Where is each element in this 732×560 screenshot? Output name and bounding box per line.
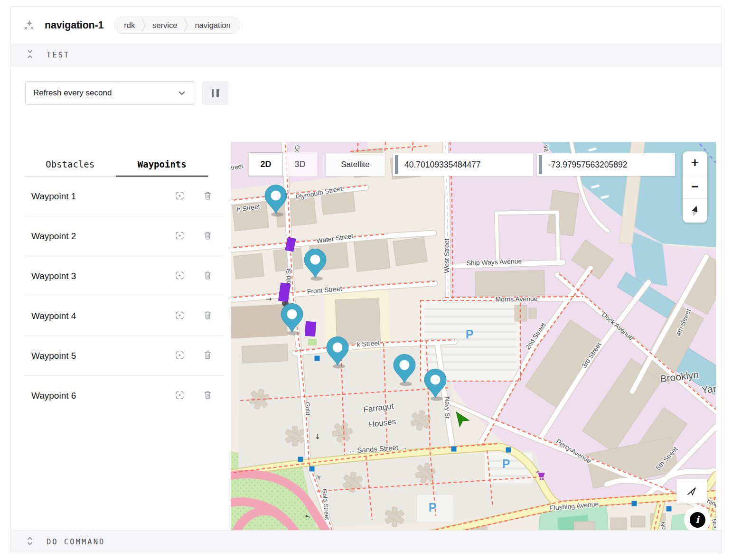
- street-label: Gold: [304, 402, 312, 415]
- breadcrumb-item: rdk: [118, 21, 141, 30]
- delete-waypoint-button[interactable]: [202, 190, 213, 203]
- traffic-signal-icon: [310, 467, 315, 472]
- trash-icon: [202, 190, 213, 203]
- trash-icon: [202, 390, 213, 402]
- traffic-signal-icon: [298, 457, 303, 462]
- street-label: Navy St: [444, 397, 451, 419]
- satellite-toggle-button[interactable]: Satellite: [326, 153, 385, 176]
- svg-text:↓: ↓: [315, 432, 321, 441]
- navigation-arrow-icon: [686, 485, 697, 497]
- focus-icon: [174, 390, 185, 402]
- trash-icon: [202, 230, 213, 243]
- focus-waypoint-button[interactable]: [174, 270, 185, 282]
- parking-icon: P: [429, 501, 437, 514]
- zoom-out-button[interactable]: −: [683, 175, 707, 199]
- waypoint-row: Waypoint 5: [24, 336, 224, 376]
- focus-waypoint-button[interactable]: [174, 190, 185, 203]
- focus-icon: [174, 230, 185, 243]
- attribution-button[interactable]: i: [684, 506, 711, 533]
- panel-header: navigation-1 rdkservicenavigation: [10, 7, 722, 44]
- waypoint-row: Waypoint 1: [24, 177, 224, 216]
- focus-icon: [174, 350, 185, 362]
- obstacle-marker[interactable]: [305, 321, 316, 336]
- zoom-in-button[interactable]: +: [683, 151, 707, 175]
- focus-icon: [174, 190, 185, 203]
- test-section-label: TEST: [47, 51, 70, 59]
- trash-icon: [202, 310, 213, 322]
- delete-waypoint-button[interactable]: [202, 230, 213, 243]
- locate-button[interactable]: [676, 479, 707, 504]
- parking-icon: P: [502, 457, 510, 470]
- test-section-header[interactable]: TEST: [10, 44, 722, 66]
- focus-icon: [174, 270, 185, 282]
- waypoint-name: Waypoint 2: [31, 231, 157, 242]
- do-command-section-label: DO COMMAND: [47, 538, 105, 546]
- waypoint-name: Waypoint 4: [31, 311, 157, 321]
- waypoint-name: Waypoint 1: [31, 191, 157, 202]
- panel-tabs: ObstaclesWaypoints: [24, 152, 208, 177]
- expand-icon: [27, 535, 33, 549]
- navigation-panel: navigation-1 rdkservicenavigation TEST R…: [10, 6, 722, 553]
- map[interactable]: ✈ → ↓ ← PPP StreetPlymouth Streeth Stree…: [231, 142, 716, 538]
- waypoint-row: Waypoint 6: [24, 376, 224, 416]
- page-title: navigation-1: [45, 19, 103, 31]
- traffic-signal-icon: [315, 356, 320, 361]
- breadcrumb-item: navigation: [188, 21, 236, 30]
- trash-icon: [202, 270, 213, 282]
- street-label: k Street: [357, 339, 380, 348]
- compass-button[interactable]: [683, 199, 707, 223]
- street-label: Yard: [701, 383, 716, 396]
- pause-icon: [212, 89, 214, 97]
- refresh-select-value: Refresh every second: [33, 88, 112, 98]
- longitude-input[interactable]: [547, 159, 673, 170]
- pause-button[interactable]: [202, 81, 228, 105]
- focus-waypoint-button[interactable]: [174, 390, 185, 402]
- waypoint-name: Waypoint 5: [31, 351, 157, 361]
- compass-icon: [689, 204, 701, 217]
- street-label: Morris Avenue: [495, 295, 538, 303]
- focus-waypoint-button[interactable]: [174, 310, 185, 322]
- waypoint-row: Waypoint 2: [24, 216, 224, 256]
- tab-waypoints[interactable]: Waypoints: [116, 152, 208, 176]
- sparkles-icon: [23, 19, 35, 31]
- drag-handle[interactable]: [539, 155, 542, 174]
- info-icon: i: [690, 512, 705, 528]
- focus-waypoint-button[interactable]: [174, 230, 185, 243]
- chevron-down-icon: [178, 88, 185, 98]
- traffic-signal-icon: [666, 506, 672, 512]
- latitude-input[interactable]: [404, 159, 531, 170]
- map-mode-toggle: 2D 3D: [249, 152, 317, 176]
- do-command-section-header[interactable]: DO COMMAND: [10, 530, 722, 553]
- map-canvas[interactable]: ✈ → ↓ ← PPP StreetPlymouth Streeth Stree…: [231, 142, 716, 538]
- collapse-icon: [27, 48, 33, 62]
- breadcrumb-item: service: [146, 21, 183, 30]
- waypoint-row: Waypoint 3: [24, 256, 224, 296]
- delete-waypoint-button[interactable]: [202, 390, 213, 402]
- map-mode-2d-button[interactable]: 2D: [249, 152, 283, 176]
- refresh-controls: Refresh every second: [10, 66, 722, 134]
- latitude-input-wrap: [393, 153, 533, 176]
- breadcrumb-separator-icon: [141, 17, 146, 33]
- delete-waypoint-button[interactable]: [202, 270, 213, 282]
- parking-icon: P: [466, 327, 474, 341]
- longitude-input-wrap: [537, 153, 675, 176]
- traffic-signal-icon: [506, 448, 511, 453]
- waypoint-name: Waypoint 6: [31, 391, 157, 401]
- refresh-select[interactable]: Refresh every second: [25, 81, 194, 105]
- map-mode-3d-button[interactable]: 3D: [283, 152, 317, 176]
- waypoint-list: Waypoint 1Waypoint 2Waypoint 3Waypoint 4…: [24, 177, 224, 416]
- street-label: West Street: [443, 238, 450, 273]
- drag-handle[interactable]: [395, 155, 398, 174]
- map-zoom-control: + −: [683, 151, 707, 223]
- screenshot-stage: navigation-1 rdkservicenavigation TEST R…: [0, 0, 732, 560]
- delete-waypoint-button[interactable]: [202, 350, 213, 362]
- traffic-signal-icon: [451, 447, 457, 452]
- waypoint-name: Waypoint 3: [31, 271, 157, 281]
- focus-icon: [174, 310, 185, 322]
- tab-obstacles[interactable]: Obstacles: [24, 152, 116, 176]
- waypoint-row: Waypoint 4: [24, 296, 224, 336]
- trash-icon: [202, 350, 213, 362]
- focus-waypoint-button[interactable]: [174, 350, 185, 362]
- delete-waypoint-button[interactable]: [202, 310, 213, 322]
- breadcrumb-separator-icon: [183, 17, 188, 33]
